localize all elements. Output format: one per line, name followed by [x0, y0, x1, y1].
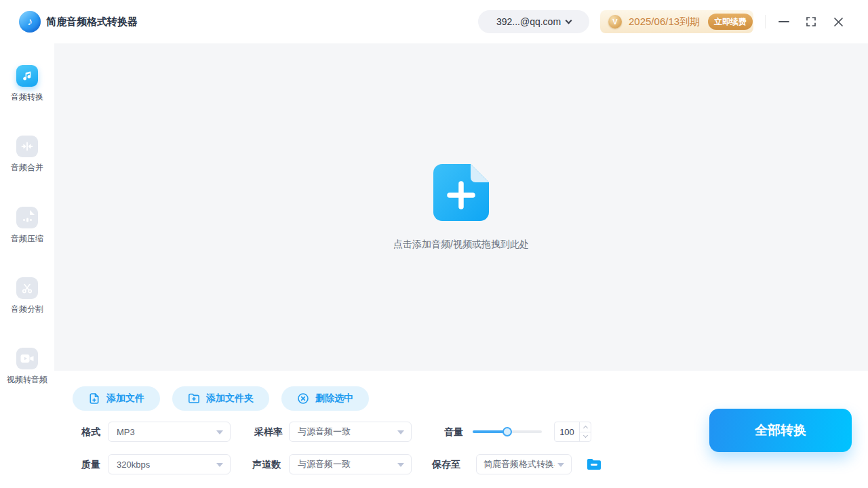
quality-select[interactable]: 320kbps [108, 454, 231, 474]
sidebar-item-audio-compress[interactable]: 音频压缩 [0, 207, 54, 245]
app-title: 简鹿音频格式转换器 [46, 16, 138, 28]
close-button[interactable] [830, 14, 846, 30]
account-email: 392...@qq.com [496, 16, 561, 27]
scissors-icon [16, 277, 38, 299]
add-folder-label: 添加文件夹 [206, 392, 254, 405]
sidebar-item-audio-convert[interactable]: 音频转换 [0, 65, 54, 103]
add-folder-button[interactable]: 添加文件夹 [172, 386, 269, 411]
volume-label: 音量 [444, 422, 463, 442]
sidebar-item-label: 音频转换 [11, 92, 43, 103]
sidebar-item-video-to-audio[interactable]: 视频转音频 [0, 348, 54, 386]
delete-selected-button[interactable]: 删除选中 [281, 386, 369, 411]
compress-icon [16, 207, 38, 228]
minimize-button[interactable] [776, 14, 792, 30]
file-drop-zone[interactable]: 点击添加音频/视频或拖拽到此处 [54, 43, 868, 371]
delete-selected-label: 删除选中 [315, 392, 353, 405]
quality-value: 320kbps [117, 460, 150, 470]
format-select[interactable]: MP3 [108, 422, 231, 442]
app-window: ♪ 简鹿音频格式转换器 392...@qq.com V 2025/06/13到期… [0, 0, 868, 488]
vip-banner: V 2025/06/13到期 立即续费 [600, 10, 753, 33]
video-icon [16, 348, 38, 369]
music-note-icon [16, 65, 38, 87]
add-file-label: 添加文件 [106, 392, 144, 405]
merge-icon [16, 136, 38, 157]
maximize-icon [806, 16, 816, 27]
file-toolbar: 添加文件 添加文件夹 删除选中 [73, 386, 369, 411]
volume-input[interactable] [555, 422, 579, 441]
channels-value: 与源音频一致 [298, 458, 351, 470]
dropdown-arrow-icon [557, 463, 564, 467]
sample-rate-select[interactable]: 与源音频一致 [289, 422, 412, 442]
app-logo-icon: ♪ [19, 11, 41, 33]
spinner-up-button[interactable] [580, 422, 591, 432]
title-bar: ♪ 简鹿音频格式转换器 392...@qq.com V 2025/06/13到期… [0, 0, 868, 43]
sidebar-item-label: 音频合并 [11, 162, 43, 174]
save-to-select[interactable]: 简鹿音频格式转换器 [476, 454, 572, 474]
format-value: MP3 [117, 427, 135, 437]
chevron-down-icon [566, 17, 572, 24]
chevron-down-icon [583, 433, 587, 438]
sidebar-item-label: 音频压缩 [11, 233, 43, 245]
sidebar-item-label: 视频转音频 [7, 374, 47, 386]
channels-label: 声道数 [252, 454, 281, 474]
drop-zone-hint: 点击添加音频/视频或拖拽到此处 [393, 239, 529, 251]
dropdown-arrow-icon [216, 463, 223, 467]
open-folder-button[interactable] [586, 458, 602, 471]
renew-now-button[interactable]: 立即续费 [708, 14, 753, 30]
maximize-button[interactable] [803, 14, 819, 30]
format-label: 格式 [81, 422, 100, 442]
vip-badge-icon: V [608, 15, 622, 28]
sidebar-item-label: 音频分割 [11, 304, 43, 315]
save-to-value: 简鹿音频格式转换器 [484, 458, 555, 470]
save-to-label: 保存至 [432, 454, 460, 474]
dropdown-arrow-icon [397, 463, 404, 467]
folder-plus-icon [188, 392, 200, 405]
circle-x-icon [297, 392, 309, 405]
account-dropdown[interactable]: 392...@qq.com [478, 10, 589, 33]
sidebar-item-audio-merge[interactable]: 音频合并 [0, 136, 54, 174]
minimize-icon [778, 21, 789, 22]
sidebar-item-audio-split[interactable]: 音频分割 [0, 277, 54, 315]
spinner-down-button[interactable] [580, 432, 591, 442]
dropdown-arrow-icon [216, 430, 223, 434]
chevron-up-icon [583, 426, 587, 430]
quality-label: 质量 [81, 454, 100, 474]
convert-all-button[interactable]: 全部转换 [709, 409, 852, 452]
volume-spinner [579, 422, 591, 441]
file-plus-icon [88, 392, 100, 405]
add-file-button[interactable]: 添加文件 [73, 386, 160, 411]
dropdown-arrow-icon [397, 430, 404, 434]
volume-input-wrap [554, 422, 591, 442]
header-divider [765, 15, 766, 28]
close-icon [833, 17, 844, 27]
vip-expiry-text: 2025/06/13到期 [629, 16, 700, 28]
sample-rate-value: 与源音频一致 [298, 426, 351, 438]
slider-thumb[interactable] [502, 427, 512, 436]
sample-rate-label: 采样率 [254, 422, 283, 442]
folder-icon [587, 458, 601, 470]
sidebar: 音频转换 音频合并 音频压缩 [0, 43, 54, 488]
channels-select[interactable]: 与源音频一致 [289, 454, 412, 474]
add-file-icon [433, 164, 489, 221]
volume-slider[interactable] [473, 422, 542, 442]
